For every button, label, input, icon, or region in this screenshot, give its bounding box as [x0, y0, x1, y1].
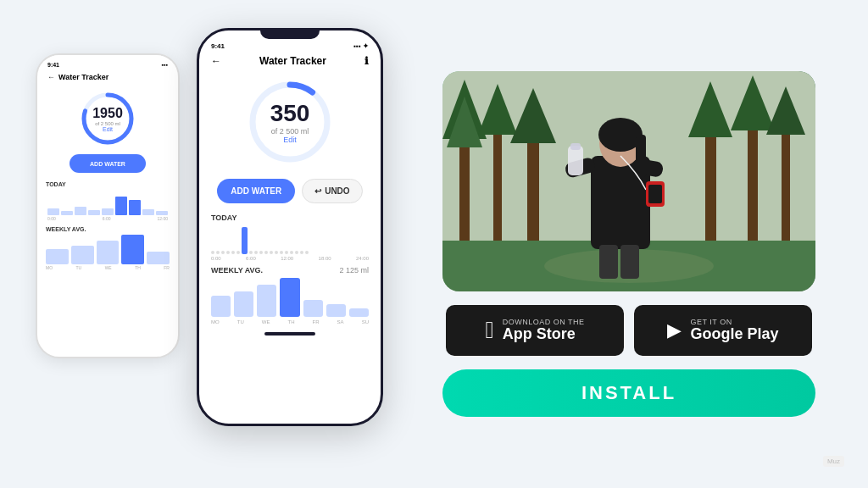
svg-rect-26	[568, 146, 583, 175]
ring-sm: 1950 of 2 500 ml Edit	[77, 88, 138, 149]
weekly-label-bg: WEEKLY AVG.	[46, 226, 170, 232]
bar	[303, 300, 323, 317]
today-section-bg: TODAY 0:00 6:00 12:00	[37, 178, 178, 223]
dot	[259, 251, 263, 254]
apple-icon: 	[485, 317, 493, 344]
add-water-btn-bg[interactable]: ADD WATER	[70, 154, 146, 173]
phone-header-main: ← Water Tracker ℹ	[199, 50, 381, 72]
google-store-text: GET IT ON Google Play	[690, 318, 778, 343]
phone-title-main: Water Tracker	[259, 55, 326, 67]
bar	[97, 241, 120, 264]
back-arrow-main: ←	[211, 55, 221, 67]
weekly-value-main: 2 125 ml	[339, 266, 369, 274]
store-buttons:  Download on the App Store ▶ GET IT ON …	[446, 305, 812, 356]
apple-large-text: App Store	[503, 326, 585, 343]
google-play-button[interactable]: ▶ GET IT ON Google Play	[634, 305, 812, 356]
phone-header-bg: ← Water Tracker	[37, 69, 178, 85]
weekly-section-main: WEEKLY AVG. 2 125 ml	[199, 261, 381, 276]
bar-active	[121, 235, 144, 264]
apple-store-text: Download on the App Store	[503, 318, 585, 343]
svg-rect-31	[620, 245, 639, 279]
dot	[216, 251, 220, 254]
bar-active	[280, 278, 299, 317]
bar	[102, 208, 114, 215]
bar	[257, 285, 276, 317]
undo-icon: ↩	[314, 186, 321, 196]
chart-weekly-main	[199, 276, 381, 319]
bar	[147, 252, 170, 264]
bar	[211, 296, 231, 317]
bar	[71, 246, 94, 264]
phone-title-bg: Water Tracker	[58, 73, 108, 81]
time-bg: 9:41	[47, 62, 59, 68]
unit-main: of 2 500 ml	[270, 127, 310, 136]
amount-bg: 1950	[92, 106, 123, 121]
chart-today-main	[199, 224, 381, 256]
weekly-title-main: WEEKLY AVG.	[211, 266, 263, 274]
watermark: Muz	[823, 456, 844, 467]
ring-main: 350 of 2 500 ml Edit	[243, 75, 337, 169]
bar	[88, 210, 100, 215]
dot	[249, 251, 253, 254]
svg-rect-27	[570, 143, 581, 150]
today-label-main: TODAY	[199, 210, 381, 224]
dot	[270, 251, 273, 254]
today-label-bg: TODAY	[46, 181, 170, 187]
dot	[231, 251, 235, 254]
amount-main: 350	[270, 100, 310, 127]
add-water-button-main[interactable]: ADD WATER	[217, 179, 295, 203]
day-labels-bg: MO TU WE TH FR	[46, 265, 170, 270]
install-label: INSTALL	[581, 382, 676, 404]
edit-main[interactable]: Edit	[270, 136, 310, 144]
back-arrow-bg: ←	[47, 73, 55, 81]
dot	[275, 251, 278, 254]
notch	[260, 30, 320, 39]
bar	[61, 211, 73, 215]
svg-rect-30	[599, 245, 618, 279]
undo-label: UNDO	[325, 186, 349, 196]
svg-rect-29	[648, 185, 662, 203]
dot	[226, 251, 230, 254]
bar-active	[129, 200, 141, 215]
bar	[46, 249, 69, 264]
dot	[254, 251, 258, 254]
right-section:  Download on the App Store ▶ GET IT ON …	[426, 71, 832, 417]
action-buttons: ADD WATER ↩ UNDO	[199, 172, 381, 210]
apple-store-button[interactable]:  Download on the App Store	[446, 305, 624, 356]
bar	[326, 304, 346, 317]
photo-container	[442, 71, 815, 291]
chart-days-main: MO TU WE TH FR SA SU	[199, 319, 381, 325]
undo-button-main[interactable]: ↩ UNDO	[302, 179, 362, 203]
svg-rect-8	[493, 114, 502, 258]
chart-weekly-bg	[46, 235, 170, 264]
home-indicator	[264, 332, 315, 336]
dot	[211, 251, 214, 254]
phone-background: 9:41 ▪▪▪ ← Water Tracker 1950 of 2 500 m…	[36, 53, 180, 358]
dot	[305, 251, 309, 254]
bar	[142, 209, 154, 215]
signal-icons-bg: ▪▪▪	[162, 62, 168, 68]
dot	[221, 251, 225, 254]
dot	[236, 251, 240, 254]
phones-section: 9:41 ▪▪▪ ← Water Tracker 1950 of 2 500 m…	[36, 28, 400, 460]
info-icon: ℹ	[364, 55, 369, 67]
bar	[47, 208, 59, 215]
edit-bg[interactable]: Edit	[92, 126, 123, 132]
ring-center: 350 of 2 500 ml Edit	[270, 100, 310, 144]
bar	[75, 207, 86, 215]
dot	[264, 251, 268, 254]
dot	[290, 251, 293, 254]
bar-active-main	[242, 227, 248, 254]
status-bar-bg: 9:41 ▪▪▪	[37, 55, 178, 69]
google-large-text: Google Play	[690, 326, 778, 343]
main-container: 9:41 ▪▪▪ ← Water Tracker 1950 of 2 500 m…	[10, 11, 858, 477]
bar	[156, 211, 168, 215]
time-labels-bg: 0:00 6:00 12:00	[46, 216, 170, 221]
photo-scene-svg	[442, 71, 815, 291]
dot	[295, 251, 298, 254]
weekly-section-bg: WEEKLY AVG. MO TU WE TH FR	[37, 223, 178, 272]
dot	[300, 251, 303, 254]
bar	[234, 291, 253, 317]
install-button[interactable]: INSTALL	[442, 369, 815, 417]
status-bar-main: 9:41 ▪▪▪ ✦	[199, 39, 381, 50]
